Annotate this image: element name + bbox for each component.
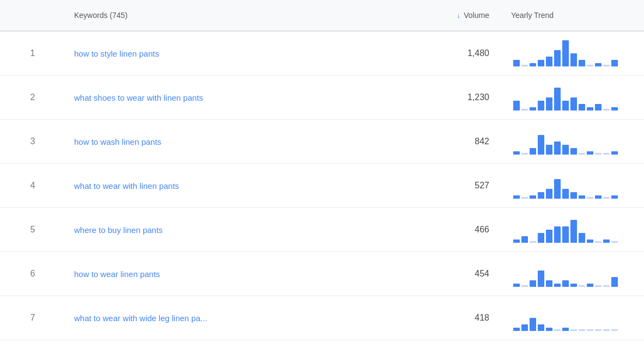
- bar-7-1: [521, 324, 528, 331]
- keyword-link-1[interactable]: how to style linen pants: [65, 40, 393, 67]
- volume-value-3: 842: [393, 128, 502, 155]
- bar-2-4: [546, 97, 552, 110]
- row-number-7: 7: [0, 304, 65, 331]
- bar-4-5: [554, 179, 561, 199]
- bar-5-3: [538, 233, 544, 243]
- bar-7-6: [562, 328, 569, 331]
- trend-header-label: Yearly Trend: [511, 11, 554, 20]
- bar-7-12: [611, 329, 618, 331]
- bar-2-11: [603, 109, 610, 110]
- volume-header[interactable]: ↓ Volume: [393, 7, 502, 24]
- bar-2-8: [579, 104, 585, 110]
- bar-7-0: [513, 328, 520, 331]
- keyword-link-5[interactable]: where to buy linen pants: [65, 217, 393, 243]
- row-number-6: 6: [0, 260, 65, 287]
- volume-header-label: Volume: [464, 11, 489, 20]
- row-number-5: 5: [0, 216, 65, 243]
- keywords-table: Keywords (745) ↓ Volume Yearly Trend 1ho…: [0, 0, 644, 340]
- bar-4-3: [538, 192, 544, 199]
- trend-chart-7: [502, 296, 644, 340]
- bar-3-10: [595, 153, 602, 155]
- bar-2-9: [587, 107, 593, 110]
- bar-5-11: [603, 239, 610, 243]
- bar-1-4: [546, 57, 552, 66]
- bar-4-6: [562, 189, 569, 199]
- bar-5-7: [570, 220, 577, 243]
- bar-5-0: [513, 239, 520, 243]
- bar-4-1: [521, 197, 528, 199]
- bar-3-6: [562, 145, 569, 155]
- bar-4-4: [546, 189, 552, 199]
- bar-7-3: [538, 324, 544, 331]
- bar-2-3: [538, 101, 544, 110]
- number-header: [0, 7, 65, 24]
- bar-1-2: [530, 63, 536, 66]
- bar-7-5: [554, 329, 561, 331]
- bar-3-7: [570, 148, 577, 155]
- bar-1-11: [603, 65, 610, 66]
- bar-4-10: [595, 195, 602, 199]
- bar-3-1: [521, 153, 528, 155]
- bar-1-12: [611, 60, 618, 66]
- keyword-link-3[interactable]: how to wash linen pants: [65, 128, 393, 155]
- bar-3-9: [587, 151, 593, 155]
- bar-3-11: [603, 153, 610, 155]
- bar-1-3: [538, 60, 544, 66]
- volume-value-7: 418: [393, 304, 502, 331]
- bar-6-8: [579, 285, 585, 287]
- row-number-2: 2: [0, 84, 65, 111]
- table-header: Keywords (745) ↓ Volume Yearly Trend: [0, 0, 644, 32]
- bar-5-2: [530, 241, 536, 243]
- row-number-1: 1: [0, 40, 65, 67]
- bar-3-3: [538, 135, 544, 155]
- bar-5-6: [562, 226, 569, 243]
- keywords-header-label: Keywords (745): [74, 11, 127, 20]
- bar-7-11: [603, 329, 610, 331]
- bar-4-0: [513, 195, 520, 199]
- keyword-link-4[interactable]: what to wear with linen pants: [65, 173, 393, 199]
- table-row: 5where to buy linen pants466: [0, 208, 644, 252]
- bar-6-4: [546, 280, 552, 287]
- bar-3-5: [554, 142, 561, 155]
- bar-2-2: [530, 107, 536, 110]
- trend-chart-6: [502, 252, 644, 296]
- bar-7-7: [570, 329, 577, 331]
- row-number-4: 4: [0, 172, 65, 199]
- bar-4-9: [587, 197, 593, 199]
- bar-3-2: [530, 148, 536, 155]
- keywords-header: Keywords (745): [65, 7, 393, 24]
- volume-value-6: 454: [393, 260, 502, 287]
- table-body: 1how to style linen pants1,4802what shoe…: [0, 32, 644, 340]
- bar-5-5: [554, 226, 561, 243]
- bar-6-0: [513, 284, 520, 287]
- bar-1-5: [554, 50, 561, 66]
- volume-value-4: 527: [393, 172, 502, 199]
- keyword-link-6[interactable]: how to wear linen pants: [65, 261, 393, 287]
- bar-4-12: [611, 195, 618, 199]
- bar-3-0: [513, 151, 520, 155]
- bar-5-4: [546, 230, 552, 243]
- bar-6-10: [595, 285, 602, 287]
- bar-6-9: [587, 284, 593, 287]
- bar-4-2: [530, 195, 536, 199]
- volume-value-1: 1,480: [393, 40, 502, 67]
- bar-4-7: [570, 192, 577, 199]
- table-row: 7what to wear with wide leg linen pa...4…: [0, 296, 644, 340]
- bar-1-9: [587, 65, 593, 66]
- bar-1-0: [513, 60, 520, 66]
- keyword-link-2[interactable]: what shoes to wear with linen pants: [65, 84, 393, 111]
- bar-2-5: [554, 88, 561, 110]
- trend-chart-2: [502, 76, 644, 119]
- table-row: 3how to wash linen pants842: [0, 120, 644, 164]
- bar-5-8: [579, 233, 585, 243]
- bar-6-7: [570, 284, 577, 287]
- trend-chart-3: [502, 120, 644, 163]
- bar-6-1: [521, 285, 528, 287]
- bar-2-12: [611, 107, 618, 110]
- keyword-link-7[interactable]: what to wear with wide leg linen pa...: [65, 305, 393, 331]
- sort-down-icon: ↓: [457, 11, 460, 20]
- volume-value-2: 1,230: [393, 84, 502, 111]
- bar-7-10: [595, 329, 602, 331]
- bar-6-2: [530, 280, 536, 287]
- bar-3-4: [546, 145, 552, 155]
